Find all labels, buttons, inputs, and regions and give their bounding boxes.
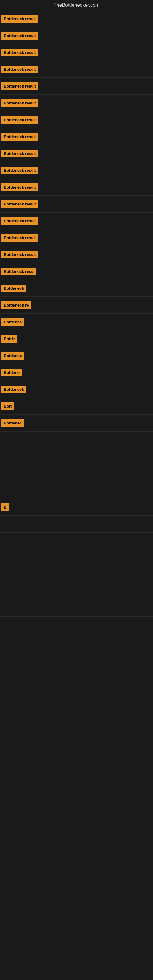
bottleneck-badge[interactable]: Bottleneck result <box>1 65 38 73</box>
list-item: Bottlene <box>0 364 153 381</box>
bottleneck-badge[interactable]: Bottleneck <box>1 385 26 393</box>
list-item: Bott <box>0 398 153 415</box>
list-item: Bottlenec <box>0 347 153 364</box>
bottleneck-badge[interactable]: Bottlenec <box>1 352 24 360</box>
list-item <box>0 600 153 617</box>
list-item: Bottleneck resu <box>0 263 153 280</box>
list-item: Bottle <box>0 331 153 347</box>
list-item <box>0 533 153 549</box>
list-item: Bottleneck result <box>0 111 153 128</box>
bottleneck-badge[interactable]: Bottleneck re <box>1 301 31 309</box>
list-item: Bottleneck result <box>0 44 153 61</box>
items-container: Bottleneck resultBottleneck resultBottle… <box>0 10 153 617</box>
list-item: Bottleneck result <box>0 229 153 246</box>
list-item <box>0 583 153 600</box>
list-item: Bottleneck result <box>0 61 153 78</box>
title-text: TheBottlenecker.com <box>54 2 99 8</box>
bottleneck-badge[interactable]: Bottleneck result <box>1 234 38 242</box>
bottleneck-badge[interactable]: Bottleneck result <box>1 200 38 208</box>
list-item <box>0 465 153 482</box>
list-item <box>0 431 153 449</box>
list-item <box>0 516 153 533</box>
list-item <box>0 549 153 566</box>
list-item <box>0 449 153 465</box>
bottleneck-badge[interactable]: Bottleneck result <box>1 133 38 140</box>
bottleneck-badge[interactable]: Bottleneck result <box>1 99 38 107</box>
bottleneck-badge[interactable]: Bottle <box>1 335 18 343</box>
bottleneck-badge[interactable]: Bott <box>1 402 14 410</box>
list-item <box>0 566 153 583</box>
list-item: Bottleneck result <box>0 162 153 179</box>
bottleneck-badge[interactable]: Bottleneck result <box>1 150 38 158</box>
bottleneck-badge[interactable]: Bottleneck result <box>1 49 38 56</box>
bottleneck-badge[interactable]: Bottleneck resu <box>1 268 36 275</box>
site-title: TheBottlenecker.com <box>0 0 153 10</box>
bottleneck-badge[interactable]: Bottleneck result <box>1 217 38 225</box>
bottleneck-badge[interactable]: Bottlene <box>1 369 22 376</box>
list-item: Bottleneck result <box>0 179 153 196</box>
list-item: Bottleneck result <box>0 213 153 229</box>
bottleneck-badge[interactable]: Bottlenec <box>1 318 24 326</box>
bottleneck-badge[interactable]: Bottleneck result <box>1 167 38 174</box>
list-item <box>0 482 153 499</box>
list-item: Bottleneck result <box>0 246 153 263</box>
bottleneck-badge[interactable]: Bottleneck result <box>1 83 38 90</box>
list-item: Bottleneck result <box>0 128 153 145</box>
bottleneck-badge[interactable]: B <box>1 503 9 511</box>
bottleneck-badge[interactable]: Bottleneck <box>1 285 26 292</box>
list-item: Bottlenec <box>0 415 153 431</box>
bottleneck-badge[interactable]: Bottlenec <box>1 419 24 427</box>
list-item: Bottleneck result <box>0 95 153 111</box>
bottleneck-badge[interactable]: Bottleneck result <box>1 15 38 23</box>
list-item: Bottleneck result <box>0 196 153 213</box>
bottleneck-badge[interactable]: Bottleneck result <box>1 32 38 40</box>
bottleneck-badge[interactable]: Bottleneck result <box>1 116 38 124</box>
list-item: Bottleneck <box>0 381 153 398</box>
bottleneck-badge[interactable]: Bottleneck result <box>1 183 38 191</box>
list-item: Bottleneck result <box>0 145 153 162</box>
list-item: Bottlenec <box>0 313 153 331</box>
list-item: Bottleneck re <box>0 297 153 313</box>
bottleneck-badge[interactable]: Bottleneck result <box>1 251 38 258</box>
list-item: Bottleneck result <box>0 10 153 27</box>
list-item: Bottleneck <box>0 280 153 297</box>
list-item: Bottleneck result <box>0 78 153 95</box>
list-item: Bottleneck result <box>0 27 153 44</box>
list-item: B <box>0 499 153 516</box>
